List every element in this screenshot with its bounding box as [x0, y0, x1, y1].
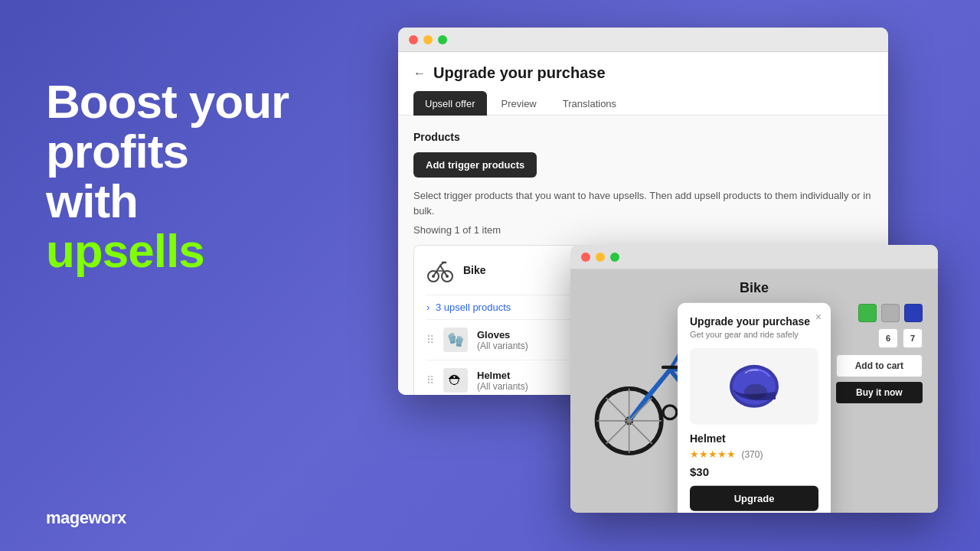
- svg-point-21: [744, 384, 767, 399]
- preview-titlebar: [570, 245, 938, 269]
- star-rating: ★★★★★: [690, 448, 736, 460]
- modal-product-name: Helmet: [690, 432, 818, 445]
- modal-subtitle: Get your gear and ride safely: [690, 330, 818, 339]
- action-buttons: Add to cart Buy it now: [836, 354, 923, 403]
- expand-dot[interactable]: [438, 35, 447, 44]
- helmet-svg: [724, 360, 785, 413]
- add-to-cart-button[interactable]: Add to cart: [836, 354, 923, 377]
- hero-section: Boost your profits with upsells: [46, 77, 337, 276]
- bike-product-title: Bike: [570, 280, 938, 296]
- close-dot[interactable]: [409, 35, 418, 44]
- hero-title: Boost your profits with upsells: [46, 77, 337, 276]
- close-dot-2[interactable]: [581, 253, 590, 262]
- modal-price: $30: [690, 465, 818, 478]
- expand-dot-2[interactable]: [610, 253, 619, 262]
- page-title: Upgrade your purchase: [433, 64, 606, 82]
- size-6-button[interactable]: 6: [878, 328, 898, 348]
- chevron-down-icon: ›: [426, 302, 430, 313]
- product-options: 6 7 Add to cart Buy it now: [836, 304, 923, 403]
- size-7-button[interactable]: 7: [903, 328, 923, 348]
- brand-logo: mageworx: [46, 508, 126, 528]
- gloves-image: 🧤: [443, 328, 468, 352]
- browser-titlebar: [398, 28, 888, 52]
- add-trigger-products-button[interactable]: Add trigger products: [413, 152, 537, 178]
- rating-row: ★★★★★ (370): [690, 447, 818, 461]
- svg-point-18: [663, 406, 677, 419]
- swatch-gray[interactable]: [881, 304, 900, 322]
- section-label: Products: [413, 131, 873, 143]
- review-count: (370): [741, 449, 763, 460]
- tab-bar: Upsell offer Preview Translations: [413, 91, 873, 115]
- showing-text: Showing 1 of 1 item: [413, 224, 873, 236]
- helper-text: Select trigger products that you want to…: [413, 188, 873, 218]
- back-button[interactable]: ←: [413, 67, 426, 80]
- preview-browser-window: Bike: [570, 245, 938, 513]
- minimize-dot[interactable]: [423, 35, 433, 44]
- product-image: [426, 256, 454, 284]
- swatch-blue[interactable]: [904, 304, 923, 322]
- upgrade-button[interactable]: Upgrade: [690, 486, 818, 511]
- upsell-modal: × Upgrade your purchase Get your gear an…: [678, 303, 831, 513]
- title-row: ← Upgrade your purchase: [413, 64, 873, 82]
- helmet-image-wrap: [690, 348, 818, 425]
- minimize-dot-2[interactable]: [596, 253, 605, 262]
- helmet-image: ⛑: [443, 368, 468, 393]
- modal-close-button[interactable]: ×: [815, 311, 822, 323]
- tab-preview[interactable]: Preview: [490, 91, 548, 116]
- tab-upsell-offer[interactable]: Upsell offer: [413, 91, 487, 116]
- buy-now-button[interactable]: Buy it now: [836, 382, 923, 403]
- page-header: ← Upgrade your purchase Upsell offer Pre…: [398, 52, 888, 116]
- size-options: 6 7: [878, 328, 923, 348]
- tab-translations[interactable]: Translations: [551, 91, 628, 116]
- color-swatches: [858, 304, 923, 322]
- drag-handle-icon[interactable]: ⠿: [426, 334, 434, 346]
- preview-content: Bike: [570, 269, 938, 513]
- drag-handle-icon[interactable]: ⠿: [426, 374, 434, 386]
- modal-title: Upgrade your purchase: [690, 315, 818, 328]
- swatch-green[interactable]: [858, 304, 877, 322]
